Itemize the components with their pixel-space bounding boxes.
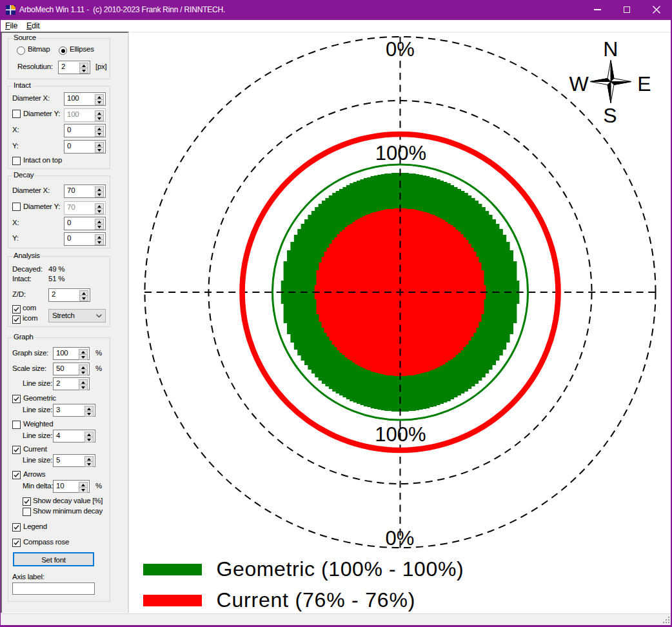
svg-text:E: E — [637, 72, 651, 95]
svg-text:100%: 100% — [375, 423, 426, 446]
svg-text:Current (76% - 76%): Current (76% - 76%) — [217, 588, 416, 612]
svg-text:0%: 0% — [386, 527, 415, 550]
svg-text:N: N — [603, 37, 618, 61]
svg-text:Geometric (100% - 100%): Geometric (100% - 100%) — [217, 557, 464, 581]
svg-text:W: W — [569, 72, 589, 95]
svg-text:S: S — [603, 104, 617, 127]
svg-text:0%: 0% — [386, 38, 415, 61]
svg-text:100%: 100% — [375, 142, 426, 164]
